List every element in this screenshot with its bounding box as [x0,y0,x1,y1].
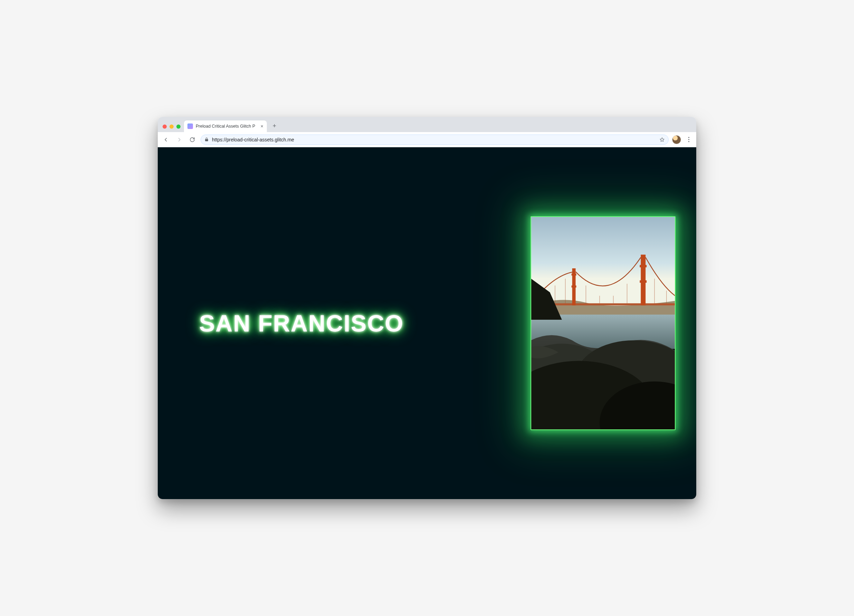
address-bar[interactable]: https://preload-critical-assets.glitch.m… [201,134,669,145]
tab-favicon-icon [188,123,193,129]
kebab-dot-icon [688,137,689,138]
tab-strip: Preload Critical Assets Glitch P × + [158,117,696,132]
svg-rect-8 [640,280,647,283]
browser-window: Preload Critical Assets Glitch P × + htt… [158,117,696,499]
reload-icon [189,137,195,143]
arrow-left-icon [163,137,169,143]
kebab-dot-icon [688,141,689,142]
kebab-dot-icon [688,139,689,140]
window-maximize-button[interactable] [176,125,180,129]
address-bar-url: https://preload-critical-assets.glitch.m… [212,137,657,143]
svg-rect-6 [572,286,576,287]
content-right [531,216,676,430]
new-tab-button[interactable]: + [270,121,279,131]
content-left: SAN FRANCISCO [178,310,517,337]
browser-tab-active[interactable]: Preload Critical Assets Glitch P × [184,120,267,132]
golden-gate-illustration [531,217,675,429]
arrow-right-icon [176,137,182,143]
browser-toolbar: https://preload-critical-assets.glitch.m… [158,132,696,147]
tab-close-icon[interactable]: × [261,124,263,129]
star-icon [659,137,665,143]
window-close-button[interactable] [163,125,167,129]
lock-icon [204,137,209,142]
bookmark-button[interactable] [659,137,665,143]
svg-rect-7 [640,265,647,267]
back-button[interactable] [161,135,171,144]
profile-avatar[interactable] [672,135,681,144]
page-viewport: SAN FRANCISCO [158,147,696,499]
browser-menu-button[interactable] [685,137,693,142]
page-headline: SAN FRANCISCO [199,310,404,337]
svg-rect-5 [572,274,576,275]
forward-button[interactable] [174,135,184,144]
hero-image [531,216,676,430]
reload-button[interactable] [188,135,197,144]
svg-rect-4 [640,254,645,305]
window-controls [160,125,184,132]
tab-title: Preload Critical Assets Glitch P [196,124,258,129]
window-minimize-button[interactable] [169,125,174,129]
